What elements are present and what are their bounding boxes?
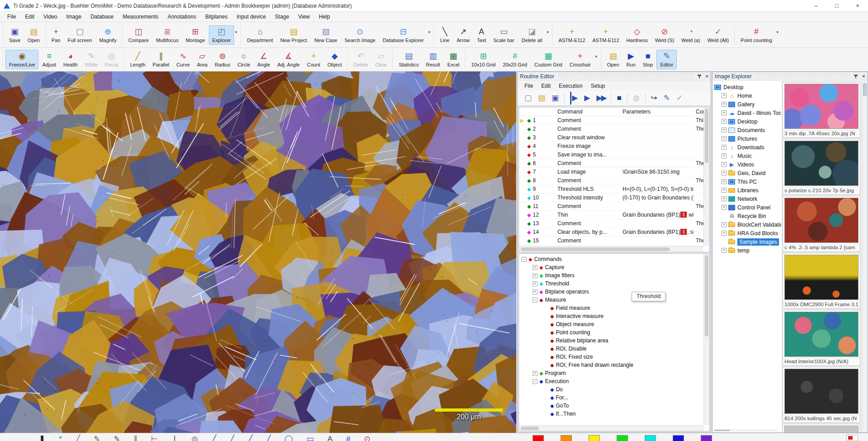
toolbar-button-open[interactable]: ▤Open: [24, 25, 43, 45]
line2-icon[interactable]: ╱: [230, 434, 234, 441]
caliper-icon[interactable]: ⊢: [151, 434, 158, 441]
color-swatch-7[interactable]: [701, 435, 712, 441]
expand-icon[interactable]: +: [722, 222, 726, 227]
explorer-item-this-pc[interactable]: +This PC: [714, 177, 781, 186]
toolbar-button-10x10-grid[interactable]: ⊞10x10 Grid: [467, 50, 499, 69]
toolbar-button-result[interactable]: ▥Result: [422, 50, 443, 69]
routine-menu-execution[interactable]: Execution: [555, 82, 587, 90]
toolbar-button-full-screen[interactable]: ▢Full screen: [64, 25, 96, 45]
explorer-item-desktop[interactable]: Desktop: [714, 83, 781, 91]
expand-icon[interactable]: +: [722, 119, 726, 124]
line3-icon[interactable]: ╱: [248, 434, 253, 441]
toolbar-button-astm-e112[interactable]: +ASTM-E112: [589, 25, 623, 45]
thumbnail-1[interactable]: 3 min dip .7A 45sec 20x.jpg (N: [783, 82, 860, 138]
toolbar-button-weld-a[interactable]: ◔Weld (a): [678, 25, 703, 45]
toolbar-button-multifocus[interactable]: ≣Multifocus: [152, 25, 182, 45]
commands-tree-vscrollbar[interactable]: [703, 254, 709, 425]
toolbar-button-explorer[interactable]: ◰Explorer: [209, 25, 235, 45]
wand-icon[interactable]: ╱: [75, 434, 80, 441]
toolbar-button-scale-bar[interactable]: ▭Scale bar: [490, 25, 518, 45]
commands-tree-item-for[interactable]: ◆For...: [519, 394, 709, 402]
toolbar-button-freeze-live[interactable]: ◉Freeze/Live: [5, 50, 38, 69]
toolbar-button-weld-all[interactable]: ✓Weld (All): [704, 25, 732, 45]
commands-tree-item-commands[interactable]: −◆Commands: [519, 255, 709, 263]
expand-icon[interactable]: +: [533, 281, 538, 286]
color-swatch-4[interactable]: [617, 435, 628, 441]
collapse-icon[interactable]: −: [533, 298, 538, 303]
toolbar-button-health[interactable]: ◕Health: [60, 50, 81, 69]
maximize-icon[interactable]: □: [826, 0, 847, 12]
command-table-hscrollbar[interactable]: [519, 246, 703, 252]
toolbar-button-hardness[interactable]: ◇Hardness: [623, 25, 651, 45]
chevron-down-icon[interactable]: ▼: [546, 30, 550, 34]
toolbar-button-object[interactable]: ◆Object: [324, 50, 345, 69]
commands-tree-item-execution[interactable]: −◆Execution: [519, 377, 709, 385]
routine-row-9[interactable]: ◆9Threshold HLSH=(0-0), L=(0-170), S=(0-…: [519, 185, 703, 194]
toolbar-button-save[interactable]: ▣Save: [5, 25, 24, 45]
column-header-con[interactable]: Con: [693, 109, 703, 115]
grid-annot-icon[interactable]: #: [346, 434, 350, 441]
toolbar-button-focus[interactable]: ◎Focus: [101, 50, 122, 69]
line4-icon[interactable]: ╱: [266, 434, 271, 441]
pen-icon[interactable]: ✎: [94, 434, 100, 441]
expand-icon[interactable]: +: [533, 265, 538, 270]
commands-tree-item-threshold[interactable]: +◆Threshold: [519, 280, 709, 288]
close-panel-icon[interactable]: ×: [862, 74, 865, 79]
thumbnail-5[interactable]: Head interior100X.jpg (N/A): [783, 310, 860, 366]
menu-item-measurements[interactable]: Measurements: [118, 12, 163, 21]
menu-item-stage[interactable]: Stage: [270, 12, 293, 21]
menu-item-help[interactable]: Help: [314, 12, 335, 21]
menu-item-view[interactable]: View: [293, 12, 314, 21]
expand-icon[interactable]: +: [722, 231, 726, 236]
edit-routine-icon[interactable]: ✎: [664, 92, 670, 104]
explorer-item-geis-david[interactable]: +Geis, David: [714, 169, 781, 177]
toolbar-button-run[interactable]: ▶Run: [623, 50, 639, 69]
routine-row-14[interactable]: ◆14Clear objects, by p...Grain Boundarie…: [519, 228, 703, 237]
toolbar-button-length[interactable]: ╱Length: [127, 50, 149, 69]
thumbnail-3[interactable]: c 4% .2-.5 amp lambda 2 [sam: [783, 196, 860, 252]
toolbar-button-montage[interactable]: ⊞Montage: [182, 25, 209, 45]
collapse-icon[interactable]: −: [533, 379, 538, 384]
expand-icon[interactable]: +: [722, 128, 726, 133]
pin-icon[interactable]: [697, 74, 702, 79]
expand-icon[interactable]: +: [722, 179, 726, 184]
commands-tree-item-point-counting[interactable]: ◆Point counting: [519, 328, 709, 337]
new-routine-icon[interactable]: ▢: [524, 92, 532, 104]
routine-row-10[interactable]: ◆10Threshold intensity(0-170) to Grain B…: [519, 194, 703, 202]
routine-row-11[interactable]: ◆11CommentThe: [519, 202, 703, 211]
menu-item-input-device[interactable]: Input device: [232, 12, 270, 21]
routine-row-2[interactable]: ◆2CommentThe: [519, 125, 703, 133]
pencil-icon[interactable]: ✎: [113, 434, 120, 441]
expand-icon[interactable]: +: [722, 196, 726, 201]
explorer-item-hra-god-blocks[interactable]: +HRA God Blocks: [714, 229, 781, 237]
step-icon[interactable]: ▶: [570, 92, 578, 104]
toolbar-button-statistics[interactable]: ▤Statistics: [395, 50, 422, 69]
explorer-item-videos[interactable]: +▶Videos: [714, 160, 781, 169]
toolbar-button-parallel[interactable]: ∥Parallel: [149, 50, 173, 69]
color-swatch-6[interactable]: [673, 435, 684, 441]
toolbar-button-adj-angle[interactable]: ∡Adj. Angle: [274, 50, 303, 69]
explorer-item-downloads[interactable]: +↓Downloads: [714, 143, 781, 152]
menu-item-annotations[interactable]: Annotations: [163, 12, 201, 21]
menu-item-image[interactable]: Image: [62, 12, 86, 21]
toolbar-button-point-counting[interactable]: #Point counting: [737, 25, 776, 45]
menu-item-file[interactable]: File: [3, 12, 20, 21]
toolbar-button-new-case[interactable]: ▧New Case: [311, 25, 341, 45]
routine-row-8[interactable]: ◆8CommentThe: [519, 176, 703, 185]
expand-icon[interactable]: +: [722, 145, 726, 150]
toolbar-button-excel[interactable]: ▦Excel: [443, 50, 463, 69]
expand-icon[interactable]: +: [722, 102, 726, 107]
explorer-item-libraries[interactable]: +Libraries: [714, 186, 781, 194]
menu-item-database[interactable]: Database: [86, 12, 118, 21]
hand-icon[interactable]: ◍: [633, 92, 640, 104]
expand-icon[interactable]: +: [722, 205, 726, 210]
text-annot-icon[interactable]: A: [327, 434, 332, 441]
hand-tool-icon[interactable]: ◍: [191, 434, 198, 441]
routine-row-13[interactable]: ◆13CommentThe: [519, 219, 703, 228]
routine-row-15[interactable]: ◆15CommentThe: [519, 237, 703, 245]
menu-item-video[interactable]: Video: [39, 12, 61, 21]
toolbar-button-compare[interactable]: ◫Compare: [125, 25, 152, 45]
explorer-item-home[interactable]: +⌂Home: [714, 91, 781, 100]
routine-menu-edit[interactable]: Edit: [537, 82, 555, 90]
toolbar-button-delete-all[interactable]: ◪Delete all: [518, 25, 546, 45]
